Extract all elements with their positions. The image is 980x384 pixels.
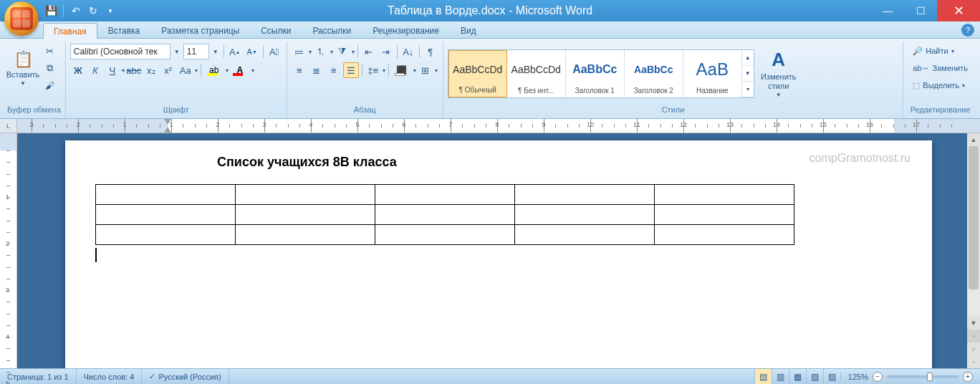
find-button[interactable]: 🔎Найти▾ — [908, 43, 973, 59]
highlight-menu-icon[interactable]: ▾ — [226, 67, 229, 74]
status-word-count[interactable]: Число слов: 4 — [77, 369, 143, 384]
align-center-icon[interactable]: ≣ — [309, 62, 325, 78]
view-full-screen-icon[interactable]: ▥ — [772, 369, 789, 385]
style-heading1[interactable]: AaBbCc Заголовок 1 — [566, 50, 625, 97]
multilevel-icon[interactable]: ⧩ — [335, 44, 350, 59]
document-table[interactable] — [95, 184, 794, 245]
tab-mailings[interactable]: Рассылки — [302, 22, 362, 38]
shading-menu-icon[interactable]: ▾ — [413, 67, 416, 74]
tab-references[interactable]: Ссылки — [250, 22, 302, 38]
font-size-dropdown-icon[interactable]: ▼ — [211, 44, 221, 59]
save-icon[interactable]: 💾 — [43, 3, 59, 19]
clear-formatting-icon[interactable]: A⃠ — [266, 44, 282, 59]
styles-scroll-down-icon[interactable]: ▼ — [742, 66, 754, 82]
numbering-menu-icon[interactable]: ▾ — [330, 49, 333, 55]
show-marks-icon[interactable]: ¶ — [423, 44, 438, 59]
bullets-menu-icon[interactable]: ▾ — [309, 49, 312, 55]
view-outline-icon[interactable]: ▧ — [806, 369, 823, 385]
font-color-icon[interactable]: A — [230, 62, 250, 78]
view-web-icon[interactable]: ▦ — [789, 369, 806, 385]
scrollbar-vertical[interactable]: ▲ ▼ ◦ ○ ◦ — [967, 133, 980, 368]
borders-menu-icon[interactable]: ▾ — [435, 67, 438, 74]
underline-icon[interactable]: Ч — [105, 62, 120, 78]
line-spacing-icon[interactable]: ‡≡ — [365, 62, 381, 78]
font-name-dropdown-icon[interactable]: ▼ — [172, 44, 182, 59]
minimize-button[interactable]: — — [871, 0, 904, 21]
document-heading[interactable]: Список учащихся 8В класса — [217, 155, 909, 170]
shrink-font-icon[interactable]: A▼ — [244, 44, 260, 59]
group-styles-label: Стили — [448, 104, 899, 117]
change-styles-button[interactable]: A Изменить стили ▼ — [757, 49, 800, 99]
status-page[interactable]: Страница: 1 из 1 — [0, 369, 77, 384]
spacing-menu-icon[interactable]: ▾ — [383, 67, 385, 74]
zoom-in-button[interactable]: + — [963, 372, 973, 382]
document-page[interactable]: compGramotnost.ru Список учащихся 8В кла… — [65, 140, 932, 368]
zoom-out-button[interactable]: − — [873, 372, 883, 382]
paste-button[interactable]: 📋 Вставить ▼ — [7, 43, 39, 93]
grow-font-icon[interactable]: A▲ — [227, 44, 243, 59]
bold-icon[interactable]: Ж — [70, 62, 86, 78]
underline-menu-icon[interactable]: ▾ — [122, 67, 125, 74]
align-left-icon[interactable]: ≡ — [292, 62, 307, 78]
maximize-button[interactable]: ☐ — [904, 0, 937, 21]
close-button[interactable]: ✕ — [937, 0, 980, 21]
case-menu-icon[interactable]: ▾ — [195, 67, 198, 74]
document-viewport[interactable]: compGramotnost.ru Список учащихся 8В кла… — [17, 133, 980, 368]
bullets-icon[interactable]: ≔ — [292, 44, 307, 59]
subscript-icon[interactable]: x₂ — [143, 62, 159, 78]
strike-icon[interactable]: abc — [126, 62, 142, 78]
align-right-icon[interactable]: ≡ — [326, 62, 342, 78]
help-icon[interactable]: ? — [961, 24, 974, 37]
font-size-combo[interactable]: 11 — [183, 44, 209, 59]
tab-view[interactable]: Вид — [450, 22, 487, 38]
cut-icon[interactable]: ✂ — [42, 43, 57, 59]
tab-insert[interactable]: Вставка — [97, 22, 151, 38]
increase-indent-icon[interactable]: ⇥ — [378, 44, 394, 59]
tab-review[interactable]: Рецензирование — [362, 22, 450, 38]
status-language[interactable]: ✓Русский (Россия) — [142, 369, 229, 384]
office-button[interactable] — [4, 1, 39, 36]
zoom-handle[interactable] — [927, 373, 933, 381]
tab-home[interactable]: Главная — [43, 23, 97, 39]
multilevel-menu-icon[interactable]: ▾ — [352, 49, 355, 55]
styles-scroll-up-icon[interactable]: ▲ — [742, 50, 754, 66]
tab-page-layout[interactable]: Разметка страницы — [150, 22, 250, 38]
highlight-color-icon[interactable]: ab — [204, 62, 224, 78]
styles-expand-icon[interactable]: ▾ — [742, 82, 754, 97]
scroll-up-icon[interactable]: ▲ — [967, 133, 980, 146]
font-name-combo[interactable]: Calibri (Основной тек — [70, 44, 170, 59]
borders-icon[interactable]: ⊞ — [418, 62, 433, 78]
view-draft-icon[interactable]: ▨ — [823, 369, 840, 385]
redo-icon[interactable]: ↻ — [85, 3, 101, 19]
numbering-icon[interactable]: ⒈ — [313, 44, 329, 59]
style-normal[interactable]: AaBbCcDd ¶ Обычный — [448, 50, 507, 97]
style-no-spacing[interactable]: AaBbCcDd ¶ Без инт... — [507, 50, 566, 97]
zoom-level[interactable]: 125% — [848, 373, 868, 381]
select-button[interactable]: ⬚Выделить▾ — [908, 77, 973, 93]
browse-object-icon[interactable]: ○ — [967, 342, 980, 355]
change-case-icon[interactable]: Aa — [178, 62, 193, 78]
ruler-tab-selector[interactable]: L — [0, 119, 17, 133]
ruler-h-track[interactable]: 3211234567891011121314151617 — [17, 119, 980, 133]
sort-icon[interactable]: A↓ — [400, 44, 416, 59]
replace-button[interactable]: ab↔Заменить — [908, 60, 973, 76]
zoom-slider[interactable] — [887, 375, 959, 378]
superscript-icon[interactable]: x² — [160, 62, 176, 78]
undo-icon[interactable]: ↶ — [68, 3, 84, 19]
scroll-down-icon[interactable]: ▼ — [967, 317, 980, 330]
prev-page-icon[interactable]: ◦ — [967, 330, 980, 342]
view-print-layout-icon[interactable]: ▤ — [754, 369, 772, 385]
align-justify-icon[interactable]: ☰ — [343, 62, 359, 78]
italic-icon[interactable]: К — [87, 62, 103, 78]
shading-icon[interactable]: ⬛ — [392, 62, 412, 78]
decrease-indent-icon[interactable]: ⇤ — [361, 44, 377, 59]
style-heading2[interactable]: AaBbCc Заголовок 2 — [625, 50, 683, 97]
scroll-thumb[interactable] — [969, 146, 979, 289]
next-page-icon[interactable]: ◦ — [967, 355, 980, 368]
font-color-menu-icon[interactable]: ▾ — [251, 67, 254, 74]
qat-menu-icon[interactable]: ▼ — [102, 3, 118, 19]
ruler-vertical[interactable]: 12345 — [0, 133, 17, 368]
copy-icon[interactable]: ⧉ — [42, 60, 57, 76]
style-title[interactable]: AaB Название — [683, 50, 742, 97]
format-painter-icon[interactable]: 🖌 — [42, 77, 57, 93]
